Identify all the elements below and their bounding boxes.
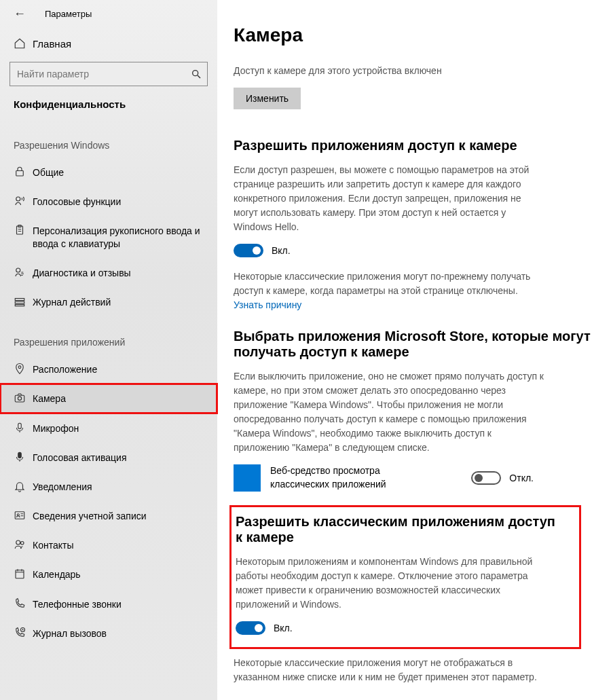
svg-rect-8 — [15, 304, 24, 306]
app-tile-icon — [234, 464, 261, 492]
sidebar-item-label: Телефонные звонки — [33, 597, 122, 610]
sidebar-item-lock[interactable]: Общие — [0, 158, 217, 187]
app-row-webview: Веб-средство просмотра классических прил… — [234, 464, 595, 492]
calllog-icon — [14, 627, 33, 639]
sidebar-item-mic[interactable]: Микрофон — [0, 413, 217, 443]
privacy-title: Конфиденциальность — [0, 86, 217, 119]
allow-apps-heading: Разрешить приложениям доступ к камере — [234, 138, 595, 153]
sidebar-item-camera[interactable]: Камера — [0, 384, 217, 413]
location-icon — [14, 363, 33, 375]
sidebar-item-label: Голосовые функции — [33, 195, 121, 208]
clipboard-icon — [14, 224, 33, 236]
svg-rect-1 — [16, 171, 24, 177]
sidebar-item-phone[interactable]: Телефонные звонки — [0, 589, 217, 619]
svg-rect-18 — [16, 570, 24, 578]
sidebar: ← Параметры Главная Конфиденциальность Р… — [0, 0, 217, 700]
search-box[interactable] — [10, 62, 208, 86]
back-button[interactable]: ← — [14, 7, 33, 21]
svg-rect-12 — [18, 423, 22, 428]
sidebar-item-location[interactable]: Расположение — [0, 354, 217, 384]
store-apps-desc: Если выключить приложение, оно не сможет… — [234, 369, 546, 455]
diag-icon — [14, 266, 33, 278]
calendar-icon — [14, 568, 33, 580]
sidebar-item-label: Журнал вызовов — [33, 627, 107, 640]
content: Камера Доступ к камере для этого устройс… — [217, 0, 611, 700]
app-title: Параметры — [45, 9, 92, 19]
sidebar-item-label: Микрофон — [33, 422, 79, 435]
sidebar-item-label: Камера — [33, 392, 66, 405]
sidebar-item-diag[interactable]: Диагностика и отзывы — [0, 258, 217, 287]
svg-point-2 — [16, 197, 20, 201]
sidebar-item-label: Уведомления — [33, 480, 92, 493]
allow-apps-toggle-label: Вкл. — [272, 245, 291, 256]
desktop-apps-section: Разрешить классическим приложениям досту… — [229, 505, 581, 649]
sidebar-item-calllog[interactable]: Журнал вызовов — [0, 619, 217, 648]
learn-why-link[interactable]: Узнать причину — [234, 299, 301, 310]
speech-icon — [14, 195, 33, 207]
allow-apps-desc: Если доступ разрешен, вы можете с помощь… — [234, 163, 546, 234]
sidebar-item-label: Контакты — [33, 538, 73, 551]
sidebar-item-label: Сведения учетной записи — [33, 509, 147, 522]
svg-point-0 — [193, 71, 198, 76]
phone-icon — [14, 597, 33, 610]
bell-icon — [14, 480, 33, 492]
account-icon — [14, 509, 33, 521]
footer-note: Некоторые классические приложения могут … — [234, 656, 546, 684]
sidebar-item-calendar[interactable]: Календарь — [0, 559, 217, 589]
svg-rect-13 — [18, 452, 22, 458]
sidebar-item-label: Календарь — [33, 568, 81, 581]
desktop-apps-toggle-label: Вкл. — [274, 623, 293, 633]
desktop-apps-desc: Некоторым приложениям и компонентам Wind… — [236, 555, 548, 612]
svg-rect-7 — [15, 301, 24, 303]
app-name: Веб-средство просмотра классических прил… — [270, 464, 392, 491]
journal-icon — [14, 295, 33, 308]
sidebar-item-speech[interactable]: Голосовые функции — [0, 187, 217, 216]
device-access-text: Доступ к камере для этого устройства вкл… — [234, 64, 546, 78]
svg-rect-14 — [15, 512, 24, 519]
app-toggle-label: Откл. — [509, 473, 534, 483]
home-icon — [14, 37, 33, 50]
contacts-icon — [14, 538, 33, 551]
group-app-permissions: Разрешения приложений — [0, 316, 217, 354]
voice-icon — [14, 451, 33, 463]
sidebar-item-label: Журнал действий — [33, 295, 111, 308]
sidebar-item-label: Диагностика и отзывы — [33, 266, 131, 279]
svg-point-16 — [16, 540, 20, 545]
svg-rect-6 — [15, 298, 24, 300]
search-icon — [191, 69, 202, 79]
allow-apps-toggle[interactable] — [234, 244, 263, 257]
sidebar-item-bell[interactable]: Уведомления — [0, 472, 217, 501]
sidebar-item-label: Общие — [33, 166, 64, 179]
sidebar-item-journal[interactable]: Журнал действий — [0, 287, 217, 316]
classic-note: Некоторые классические приложения могут … — [234, 270, 546, 312]
group-windows-permissions: Разрешения Windows — [0, 119, 217, 158]
home-label: Главная — [33, 38, 71, 50]
sidebar-item-contacts[interactable]: Контакты — [0, 530, 217, 559]
page-title: Камера — [234, 24, 595, 46]
app-toggle-webview[interactable] — [471, 471, 501, 485]
sidebar-item-clipboard[interactable]: Персонализация рукописного ввода и ввода… — [0, 216, 217, 257]
desktop-apps-toggle[interactable] — [236, 621, 265, 635]
sidebar-item-label: Голосовая активация — [33, 451, 127, 464]
home-nav[interactable]: Главная — [0, 28, 217, 59]
svg-point-11 — [18, 397, 21, 400]
change-button[interactable]: Изменить — [234, 88, 301, 109]
lock-icon — [14, 166, 33, 178]
svg-point-9 — [18, 366, 21, 369]
desktop-apps-heading: Разрешить классическим приложениям досту… — [236, 514, 566, 545]
camera-icon — [14, 392, 33, 404]
sidebar-item-account[interactable]: Сведения учетной записи — [0, 501, 217, 530]
sidebar-item-label: Персонализация рукописного ввода и ввода… — [33, 224, 208, 249]
mic-icon — [14, 422, 33, 434]
search-input[interactable] — [16, 68, 191, 80]
sidebar-item-voice[interactable]: Голосовая активация — [0, 443, 217, 472]
sidebar-item-label: Расположение — [33, 363, 97, 375]
svg-point-17 — [21, 542, 24, 545]
store-apps-heading: Выбрать приложения Microsoft Store, кото… — [234, 329, 595, 360]
svg-point-5 — [16, 268, 20, 272]
